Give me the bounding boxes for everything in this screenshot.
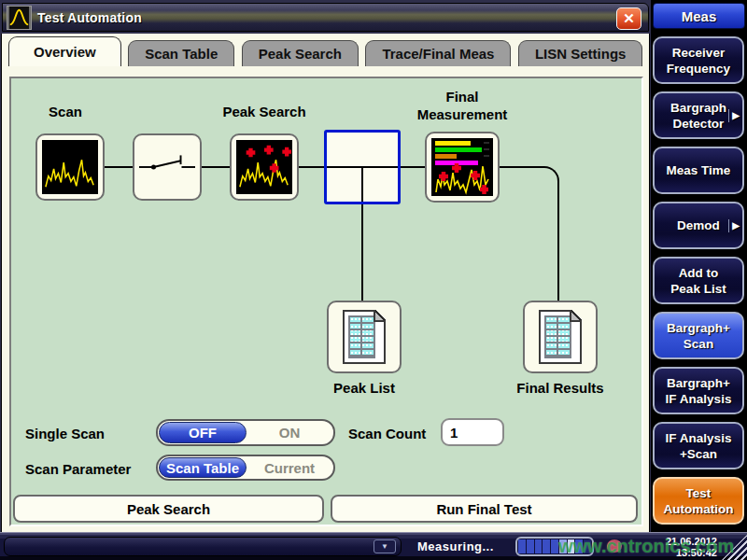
submenu-arrow-icon: ▶ <box>728 219 740 232</box>
final-measurement-node-label: Final Measurement <box>406 88 518 123</box>
softkey-bargraph-if-analysis[interactable]: Bargraph+ IF Analysis <box>653 367 744 414</box>
junction-vline <box>361 167 363 202</box>
peak-search-trace <box>236 140 292 194</box>
close-icon[interactable]: ✕ <box>616 7 641 30</box>
softkey-test-automation[interactable]: Test Automation <box>653 477 744 525</box>
spectrum-peak-icon <box>7 6 32 30</box>
final-measurement-graphic <box>431 138 493 196</box>
scan-parameter-current-option[interactable]: Current <box>247 457 332 478</box>
final-results-node-label: Final Results <box>486 379 635 397</box>
softkey-sidebar: Meas Receiver Frequency Bargraph Detecto… <box>651 0 747 532</box>
final-measurement-node-icon[interactable] <box>425 132 500 203</box>
window-title: Test Automation <box>37 10 142 25</box>
softkey-if-analysis-scan[interactable]: IF Analysis +Scan <box>653 422 744 469</box>
instrument-screen: Test Automation ✕ Overview Scan Table Pe… <box>0 0 747 560</box>
overview-panel: Scan Peak Search Final Measurement Peak … <box>9 77 643 526</box>
tab-lisn-settings[interactable]: LISN Settings <box>518 40 643 66</box>
tab-bar: Overview Scan Table Peak Search Trace/Fi… <box>8 36 645 66</box>
flow-line-corner <box>537 166 559 189</box>
single-scan-on-option[interactable]: ON <box>247 422 332 443</box>
peak-search-button[interactable]: Peak Search <box>13 495 324 523</box>
status-bar: ▼ Measuring... 21.06.2012 13:50:42 <box>0 532 747 560</box>
window-body: Overview Scan Table Peak Search Trace/Fi… <box>1 34 650 532</box>
flow-line-to-peak-list <box>361 200 363 301</box>
display-dropdown-icon[interactable]: ▼ <box>374 539 396 553</box>
scan-count-label: Scan Count <box>348 426 426 441</box>
softkey-meas-time[interactable]: Meas Time <box>653 147 744 194</box>
final-results-icon[interactable] <box>523 301 598 373</box>
date-value: 21.06.2012 <box>652 536 717 547</box>
softkey-label: Demod <box>677 217 720 233</box>
document-page <box>539 310 582 364</box>
run-final-test-button[interactable]: Run Final Test <box>331 495 638 523</box>
status-left-panel: ▼ <box>4 537 402 556</box>
tab-peak-search[interactable]: Peak Search <box>242 40 359 66</box>
scan-parameter-toggle: Scan Table Current <box>156 455 335 481</box>
peak-list-node-label: Peak List <box>289 379 439 397</box>
flow-line-to-final-results <box>557 188 559 301</box>
peak-search-node-icon[interactable] <box>230 133 299 201</box>
page-fold <box>570 310 582 322</box>
window-titlebar: Test Automation ✕ <box>2 3 649 32</box>
time-value: 13:50:42 <box>652 547 717 558</box>
softkey-bargraph-detector[interactable]: Bargraph Detector ▶ <box>653 91 744 139</box>
table-grid <box>348 315 375 358</box>
measuring-status-text: Measuring... <box>417 539 494 553</box>
peak-search-node-label: Peak Search <box>208 103 320 120</box>
softkey-label: Bargraph Detector <box>670 100 726 132</box>
softkey-demod[interactable]: Demod ▶ <box>653 202 744 249</box>
final-measurement-screen <box>431 138 493 196</box>
tab-overview[interactable]: Overview <box>8 36 121 66</box>
single-scan-toggle: OFF ON <box>156 419 335 446</box>
peak-search-screen <box>236 140 292 194</box>
resize-grip[interactable] <box>722 535 747 560</box>
single-scan-off-option[interactable]: OFF <box>159 422 247 443</box>
tab-scan-table[interactable]: Scan Table <box>128 40 234 66</box>
table-grid <box>544 315 571 358</box>
scan-parameter-label: Scan Parameter <box>25 461 131 477</box>
junction-node-selected[interactable] <box>324 130 401 204</box>
page-fold <box>374 310 386 322</box>
switch-node-icon[interactable] <box>133 133 202 201</box>
peak-list-icon[interactable] <box>327 301 402 373</box>
measuring-progress-bar <box>515 537 594 556</box>
softkey-receiver-frequency[interactable]: Receiver Frequency <box>653 36 744 84</box>
tab-trace-final-meas[interactable]: Trace/Final Meas <box>365 40 511 66</box>
scan-parameter-scan-table-option[interactable]: Scan Table <box>159 457 247 478</box>
softkey-bargraph-scan[interactable]: Bargraph+ Scan <box>653 312 744 359</box>
scan-trace <box>42 140 98 194</box>
date-time-display: 21.06.2012 13:50:42 <box>652 536 717 558</box>
submenu-arrow-icon: ▶ <box>728 109 740 122</box>
softkey-add-to-peak-list[interactable]: Add to Peak List <box>653 257 744 304</box>
test-automation-window: Test Automation ✕ Overview Scan Table Pe… <box>0 0 651 532</box>
softkey-menu-title: Meas <box>653 3 745 29</box>
document-page <box>343 310 386 364</box>
scan-trace-screen <box>42 140 98 194</box>
scan-node-label: Scan <box>28 103 103 120</box>
scan-count-input[interactable] <box>441 418 504 446</box>
switch-symbol <box>139 140 195 194</box>
single-scan-label: Single Scan <box>25 426 105 441</box>
scan-node-icon[interactable] <box>35 133 105 201</box>
